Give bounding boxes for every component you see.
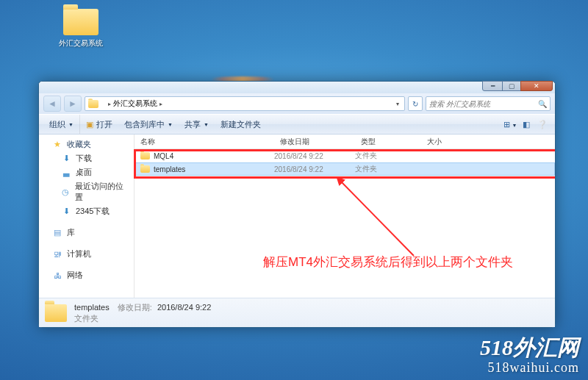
computer-icon: 🖳: [52, 249, 62, 259]
recent-icon: ◷: [61, 187, 71, 197]
address-dropdown-icon[interactable]: ▾: [392, 101, 403, 107]
folder-icon: [140, 152, 150, 159]
explorer-window: ━ ▢ ✕ ◄ ► ▸外汇交易系统▸ ▾ ↻ 🔍 组织▼ ▣打开 包含到库中▼ …: [38, 81, 556, 328]
sidebar: ★收藏夹 ⬇下载 ▃桌面 ◷最近访问的位置 ⬇2345下载 ▤库 🖳计算机 🖧网…: [39, 135, 135, 298]
file-type: 文件夹: [355, 164, 421, 174]
library-icon: ▤: [52, 228, 62, 238]
address-bar[interactable]: ▸外汇交易系统▸ ▾: [85, 96, 405, 111]
navigation-bar: ◄ ► ▸外汇交易系统▸ ▾ ↻ 🔍: [39, 93, 555, 114]
explorer-body: ★收藏夹 ⬇下载 ▃桌面 ◷最近访问的位置 ⬇2345下载 ▤库 🖳计算机 🖧网…: [39, 135, 555, 298]
file-list-pane[interactable]: 名称 修改日期 类型 大小 MQL4 2016/8/24 9:22 文件夹 te…: [135, 135, 555, 298]
include-menu[interactable]: 包含到库中▼: [118, 115, 179, 134]
file-date: 2016/8/24 9:22: [274, 165, 355, 173]
status-date: 2016/8/24 9:22: [157, 303, 211, 312]
search-input[interactable]: [429, 100, 538, 108]
annotation-arrow: [333, 175, 436, 263]
toolbar: 组织▼ ▣打开 包含到库中▼ 共享▼ 新建文件夹 ⊞ ▼ ◧ ❔: [39, 114, 555, 135]
status-date-label: 修改日期:: [118, 303, 152, 312]
folder-icon: [63, 9, 98, 35]
download-icon: ⬇: [61, 207, 71, 217]
refresh-button[interactable]: ↻: [408, 96, 423, 111]
column-header-date[interactable]: 修改日期: [274, 135, 355, 148]
search-box[interactable]: 🔍: [426, 96, 551, 111]
help-button[interactable]: ❔: [534, 120, 551, 129]
desktop-icon: ▃: [61, 168, 71, 178]
window-controls: ━ ▢ ✕: [483, 81, 553, 91]
sidebar-computer[interactable]: 🖳计算机: [39, 247, 134, 261]
folder-icon: [45, 304, 67, 322]
network-icon: 🖧: [52, 270, 62, 281]
sidebar-item-recent[interactable]: ◷最近访问的位置: [39, 179, 134, 204]
status-details: templates 修改日期: 2016/8/24 9:22 文件夹: [74, 302, 211, 323]
window-titlebar[interactable]: ━ ▢ ✕: [39, 82, 555, 93]
breadcrumb-root[interactable]: ▸外汇交易系统▸: [101, 97, 169, 110]
column-header-type[interactable]: 类型: [355, 135, 421, 148]
column-headers: 名称 修改日期 类型 大小: [135, 135, 555, 149]
view-options-button[interactable]: ⊞ ▼: [502, 120, 518, 129]
close-button[interactable]: ✕: [520, 81, 553, 91]
file-rows: MQL4 2016/8/24 9:22 文件夹 templates 2016/8…: [135, 149, 555, 176]
sidebar-network[interactable]: 🖧网络: [39, 268, 134, 282]
file-type: 文件夹: [355, 151, 421, 161]
sidebar-item-2345dl[interactable]: ⬇2345下载: [39, 204, 134, 218]
back-button[interactable]: ◄: [43, 96, 61, 112]
sidebar-item-desktop[interactable]: ▃桌面: [39, 165, 134, 179]
search-icon: 🔍: [538, 100, 547, 108]
desktop-folder-icon[interactable]: 外汇交易系统: [55, 9, 107, 49]
forward-button[interactable]: ►: [64, 96, 82, 112]
file-name: templates: [154, 165, 185, 173]
file-row[interactable]: templates 2016/8/24 9:22 文件夹: [135, 162, 555, 176]
sidebar-item-downloads[interactable]: ⬇下载: [39, 151, 134, 165]
svg-line-0: [340, 181, 414, 256]
watermark: 518外汇网 518waihui.com: [480, 333, 579, 376]
file-row[interactable]: MQL4 2016/8/24 9:22 文件夹: [135, 149, 555, 162]
folder-icon: [140, 165, 150, 173]
status-type: 文件夹: [74, 313, 211, 323]
desktop-folder-label: 外汇交易系统: [55, 38, 107, 49]
sidebar-libraries[interactable]: ▤库: [39, 226, 134, 240]
annotation-text: 解压MT4外汇交易系统后得到以上两个文件夹: [263, 254, 513, 270]
share-menu[interactable]: 共享▼: [179, 115, 215, 134]
file-date: 2016/8/24 9:22: [274, 152, 355, 160]
open-button[interactable]: ▣打开: [80, 115, 118, 134]
new-folder-button[interactable]: 新建文件夹: [215, 115, 267, 134]
preview-pane-button[interactable]: ◧: [518, 120, 534, 129]
star-icon: ★: [52, 140, 62, 150]
file-name: MQL4: [154, 152, 173, 160]
maximize-button[interactable]: ▢: [502, 81, 521, 91]
breadcrumb-label: 外汇交易系统: [113, 98, 157, 109]
organize-menu[interactable]: 组织▼: [43, 115, 80, 134]
download-icon: ⬇: [61, 154, 71, 164]
folder-icon: [88, 100, 98, 108]
minimize-button[interactable]: ━: [482, 81, 503, 91]
status-bar: templates 修改日期: 2016/8/24 9:22 文件夹: [39, 298, 555, 327]
column-header-name[interactable]: 名称: [135, 135, 274, 148]
sidebar-favorites[interactable]: ★收藏夹: [39, 137, 134, 151]
status-name: templates: [74, 303, 110, 312]
column-header-size[interactable]: 大小: [421, 135, 480, 148]
